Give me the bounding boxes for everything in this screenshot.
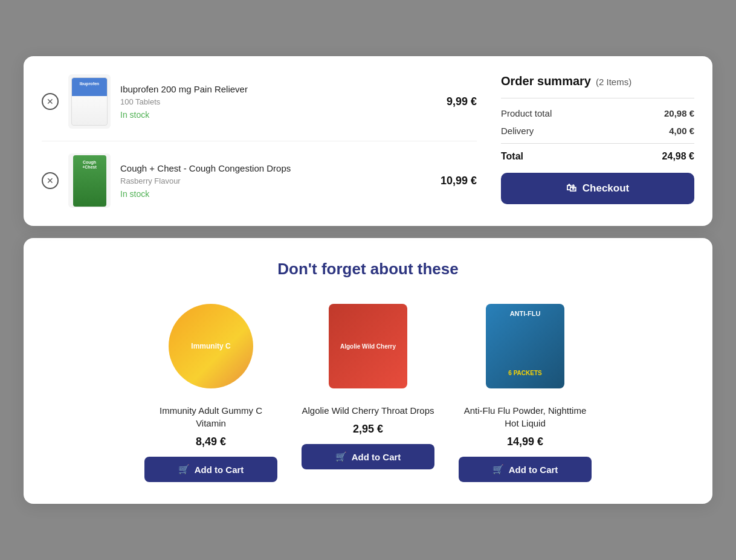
product-total-value: 20,98 € [664,108,694,118]
ibuprofen-details: Ibuprofen 200 mg Pain Reliever 100 Table… [120,83,413,120]
delivery-row: Delivery 4,00 € [501,126,694,136]
summary-header: Order summary (2 Items) [501,74,694,88]
algolie-name: Algolie Wild Cherry Throat Drops [302,404,434,417]
algolie-price: 2,95 € [353,423,383,436]
cart-icon: 🛍 [566,182,576,195]
cart-panel: ✕ Ibuprofen 200 mg Pain Reliever 100 Tab… [24,56,712,226]
ibuprofen-sub: 100 Tablets [120,97,413,106]
cart-items: ✕ Ibuprofen 200 mg Pain Reliever 100 Tab… [42,74,477,208]
add-antiflu-button[interactable]: 🛒 Add to Cart [459,457,592,482]
add-immunity-button[interactable]: 🛒 Add to Cart [144,457,277,482]
total-row: Total 24,98 € [501,143,694,162]
add-algolie-label: Add to Cart [352,452,401,462]
delivery-label: Delivery [501,126,534,136]
immunity-price: 8,49 € [196,436,226,448]
summary-divider [501,98,694,98]
ibuprofen-image [68,74,111,129]
add-immunity-label: Add to Cart [195,465,244,475]
antiflu-price: 14,99 € [507,436,543,448]
page-container: ✕ Ibuprofen 200 mg Pain Reliever 100 Tab… [24,56,712,504]
cough-image [68,153,111,208]
suggestions-panel: Don't forget about these Immunity Adult … [24,238,712,504]
add-antiflu-label: Add to Cart [509,465,558,475]
checkout-button[interactable]: 🛍 Checkout [501,173,694,204]
add-algolie-button[interactable]: 🛒 Add to Cart [302,444,434,469]
product-total-label: Product total [501,108,552,118]
cough-price: 10,99 € [422,175,477,187]
suggestions-grid: Immunity Adult Gummy C Vitamin 8,49 € 🛒 … [48,298,688,482]
summary-title: Order summary [501,74,591,88]
product-total-row: Product total 20,98 € [501,108,694,118]
remove-ibuprofen-button[interactable]: ✕ [42,93,59,110]
cart-icon: 🛒 [492,464,504,475]
cough-name: Cough + Chest - Cough Congestion Drops [120,163,413,175]
antiflu-image [477,298,573,394]
order-summary: Order summary (2 Items) Product total 20… [501,74,694,208]
suggestion-card-antiflu: Anti-Flu Flu Powder, Nighttime Hot Liqui… [459,298,592,482]
ibuprofen-price: 9,99 € [422,95,477,108]
immunity-image [163,298,259,394]
suggestion-card-algolie: Algolie Wild Cherry Throat Drops 2,95 € … [302,298,434,482]
antiflu-name: Anti-Flu Flu Powder, Nighttime Hot Liqui… [459,404,592,430]
cough-sub: Rasberry Flavour [120,176,413,185]
cart-item-cough: ✕ Cough + Chest - Cough Congestion Drops… [42,153,477,208]
cough-details: Cough + Chest - Cough Congestion Drops R… [120,163,413,199]
cart-icon: 🛒 [335,451,347,462]
suggestion-card-immunity: Immunity Adult Gummy C Vitamin 8,49 € 🛒 … [144,298,277,482]
remove-cough-button[interactable]: ✕ [42,172,59,189]
cart-icon: 🛒 [178,464,190,475]
suggestions-title: Don't forget about these [48,260,688,278]
cough-status: In stock [120,189,413,199]
ibuprofen-status: In stock [120,110,413,120]
summary-count: (2 Items) [596,77,631,87]
cart-item-ibuprofen: ✕ Ibuprofen 200 mg Pain Reliever 100 Tab… [42,74,477,141]
delivery-value: 4,00 € [669,126,694,136]
immunity-name: Immunity Adult Gummy C Vitamin [144,404,277,430]
checkout-label: Checkout [583,182,629,195]
ibuprofen-name: Ibuprofen 200 mg Pain Reliever [120,83,413,95]
algolie-image [320,298,416,394]
total-label: Total [501,151,523,162]
total-value: 24,98 € [662,151,694,162]
